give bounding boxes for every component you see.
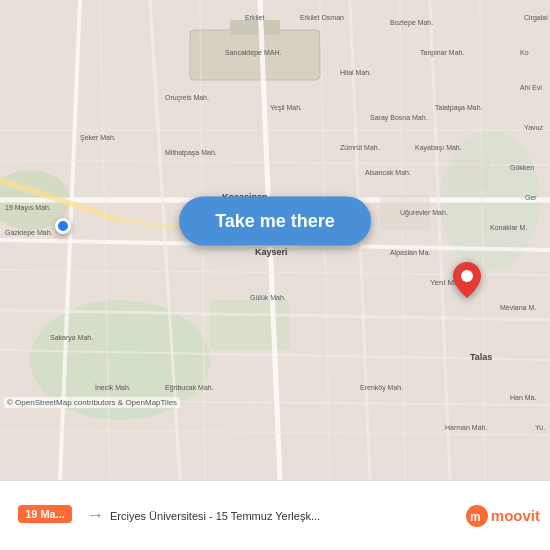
svg-text:Uğurevler Mah.: Uğurevler Mah. (400, 209, 448, 217)
destination-text: Erciyes Üniversitesi - 15 Temmuz Yerleşk… (110, 510, 460, 522)
svg-text:Talas: Talas (470, 352, 492, 362)
svg-text:Yavuz: Yavuz (524, 124, 543, 131)
svg-text:Gazktepe Mah.: Gazktepe Mah. (5, 229, 53, 237)
svg-text:Erkilet Osman: Erkilet Osman (300, 14, 344, 21)
svg-text:Ko: Ko (520, 49, 529, 56)
svg-text:Alpaslan Ma.: Alpaslan Ma. (390, 249, 431, 257)
take-me-there-button[interactable]: Take me there (179, 196, 371, 245)
map-container: Erkilet Erkilet Osman Boztepe Mah. Tanpi… (0, 0, 550, 480)
svg-point-70 (461, 270, 473, 282)
svg-text:Sakarya Mah.: Sakarya Mah. (50, 334, 93, 342)
svg-text:Ahi Evi: Ahi Evi (520, 84, 542, 91)
svg-text:Harman Mah.: Harman Mah. (445, 424, 487, 431)
svg-text:Sancaktepe MAH.: Sancaktepe MAH. (225, 49, 281, 57)
svg-text:Alsancak Mah.: Alsancak Mah. (365, 169, 411, 176)
svg-text:Kayabaşı Mah.: Kayabaşı Mah. (415, 144, 462, 152)
svg-text:Mevlana M.: Mevlana M. (500, 304, 536, 311)
svg-text:Oruçreis Mah.: Oruçreis Mah. (165, 94, 209, 102)
svg-text:19 Mayıs Mah.: 19 Mayıs Mah. (5, 204, 51, 212)
svg-text:İnecik Mah.: İnecik Mah. (95, 383, 131, 391)
svg-text:Gülük Mah.: Gülük Mah. (250, 294, 286, 301)
moovit-logo: m moovit (466, 505, 540, 527)
svg-text:Ger: Ger (525, 194, 537, 201)
svg-text:Konaklar M.: Konaklar M. (490, 224, 527, 231)
svg-text:Erenköy Mah.: Erenköy Mah. (360, 384, 403, 392)
origin-station: 19 Ma... (10, 505, 80, 526)
svg-text:Cirgalai: Cirgalai (524, 14, 548, 22)
svg-text:Han Ma.: Han Ma. (510, 394, 537, 401)
svg-text:Şeker Mah.: Şeker Mah. (80, 134, 116, 142)
origin-marker (55, 218, 71, 234)
svg-rect-6 (230, 20, 280, 35)
svg-text:Zümrüt Mah.: Zümrüt Mah. (340, 144, 380, 151)
svg-text:Yu.: Yu. (535, 424, 545, 431)
svg-text:Boztepe Mah.: Boztepe Mah. (390, 19, 433, 27)
svg-text:Erkilet: Erkilet (245, 14, 265, 21)
map-attribution: © OpenStreetMap contributors & OpenMapTi… (4, 397, 180, 408)
svg-text:Yeşil Mah.: Yeşil Mah. (270, 104, 302, 112)
svg-rect-30 (450, 160, 490, 190)
origin-station-badge: 19 Ma... (18, 505, 72, 523)
svg-text:m: m (470, 510, 481, 524)
svg-text:Saray Bosna Mah.: Saray Bosna Mah. (370, 114, 428, 122)
svg-text:Hilal Mah.: Hilal Mah. (340, 69, 371, 76)
destination-marker (453, 262, 481, 302)
moovit-logo-text: moovit (491, 507, 540, 524)
direction-arrow: → (86, 505, 104, 526)
svg-text:Kayseri: Kayseri (255, 247, 288, 257)
svg-text:Mithatpaşa Mah.: Mithatpaşa Mah. (165, 149, 217, 157)
bottom-bar: 19 Ma... → Erciyes Üniversitesi - 15 Tem… (0, 480, 550, 550)
svg-text:Tanpinar Mah.: Tanpinar Mah. (420, 49, 464, 57)
svg-text:Eğribucak Mah.: Eğribucak Mah. (165, 384, 214, 392)
moovit-logo-icon: m (466, 505, 488, 527)
svg-text:Gökken: Gökken (510, 164, 534, 171)
svg-rect-3 (210, 300, 290, 350)
svg-text:Talatpaşa Mah.: Talatpaşa Mah. (435, 104, 483, 112)
